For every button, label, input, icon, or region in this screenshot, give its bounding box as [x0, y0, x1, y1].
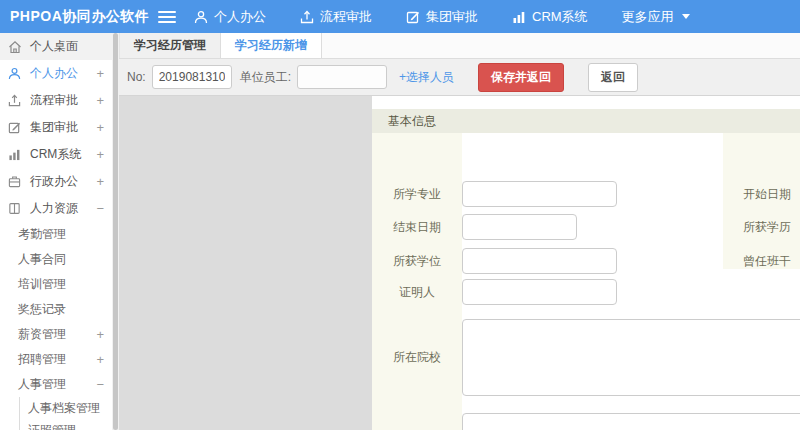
nav-label: 集团审批: [426, 8, 478, 26]
field-label-degree-level: 所获学历: [723, 214, 800, 240]
collapse-toggle[interactable]: −: [96, 377, 104, 392]
edit-icon: [8, 121, 22, 134]
employee-label: 单位员工:: [240, 69, 291, 86]
sidebar-item-label: 人事合同: [18, 251, 66, 268]
sidebar-item-personal-office[interactable]: 个人办公 +: [0, 60, 112, 87]
top-navbar: PHPOA协同办公软件 个人办公 流程审批: [0, 0, 800, 33]
workflow-icon: [300, 10, 314, 24]
degree-input[interactable]: [462, 248, 617, 274]
field-label-school-location: 院校所在地: [372, 413, 462, 430]
sidebar-item-personnel-files[interactable]: 人事档案管理: [0, 397, 112, 419]
field-label-degree: 所获学位: [372, 248, 462, 274]
sidebar-item-label: CRM系统: [30, 146, 81, 163]
save-and-return-button[interactable]: 保存并返回: [478, 63, 564, 92]
sidebar-item-label: 人事管理: [18, 376, 66, 393]
expand-toggle[interactable]: +: [96, 327, 104, 342]
nav-more-apps[interactable]: 更多应用: [622, 8, 690, 26]
nav-group-approval[interactable]: 集团审批: [406, 8, 478, 26]
user-icon: [194, 10, 208, 24]
sidebar-item-label: 集团审批: [30, 119, 78, 136]
sidebar-item-salary[interactable]: 薪资管理 +: [0, 322, 112, 347]
sidebar-item-desktop[interactable]: 个人桌面: [0, 33, 112, 60]
app-logo: PHPOA协同办公软件: [0, 8, 158, 26]
nav-label: 流程审批: [320, 8, 372, 26]
sidebar-item-label: 招聘管理: [18, 351, 66, 368]
choose-person-link[interactable]: +选择人员: [399, 69, 454, 86]
nav-label: 更多应用: [622, 8, 674, 26]
tab-label: 学习经历新增: [235, 37, 307, 54]
no-input[interactable]: [152, 65, 232, 89]
field-label-end-date: 结束日期: [372, 214, 462, 240]
sidebar-item-attendance[interactable]: 考勤管理: [0, 222, 112, 247]
sidebar-scrollbar[interactable]: [112, 33, 119, 430]
expand-toggle[interactable]: +: [96, 352, 104, 367]
field-label-class-cadre: 曾任班干: [723, 248, 800, 274]
bar-chart-icon: [8, 148, 22, 161]
book-icon: [8, 202, 22, 215]
briefcase-icon: [8, 175, 22, 188]
form-toolbar: No: 单位员工: +选择人员 保存并返回 返回: [119, 59, 800, 96]
expand-toggle[interactable]: +: [96, 120, 104, 135]
home-icon: [8, 40, 22, 54]
expand-toggle[interactable]: +: [96, 93, 104, 108]
major-input[interactable]: [462, 181, 617, 207]
nav-crm-system[interactable]: CRM系统: [512, 8, 588, 26]
nav-workflow-approval[interactable]: 流程审批: [300, 8, 372, 26]
tab-study-history-manage[interactable]: 学习经历管理: [119, 33, 221, 58]
edit-icon: [406, 10, 420, 24]
sidebar-item-label: 培训管理: [18, 276, 66, 293]
sidebar-item-label: 人事档案管理: [28, 400, 100, 417]
sidebar-item-group-approval[interactable]: 集团审批 +: [0, 114, 112, 141]
main-area: 学习经历管理 学习经历新增 No: 单位员工: +选择人员 保存并返回 返回 基…: [119, 33, 800, 430]
form-body: 所学专业 开始日期 结束日期 所获学历 所获学位 曾任班干 证明人 所在院校 院…: [372, 133, 800, 430]
hamburger-menu-icon[interactable]: [158, 8, 176, 26]
sidebar-item-recruitment[interactable]: 招聘管理 +: [0, 347, 112, 372]
sidebar-item-hr[interactable]: 人力资源 −: [0, 195, 112, 222]
end-date-input[interactable]: [462, 214, 577, 240]
sidebar-item-label: 考勤管理: [18, 226, 66, 243]
caret-down-icon: [682, 14, 690, 19]
sidebar-item-rewards[interactable]: 奖惩记录: [0, 297, 112, 322]
main-nav: 个人办公 流程审批 集团审批 CRM系统: [194, 8, 690, 26]
sidebar-item-label: 薪资管理: [18, 326, 66, 343]
bar-chart-icon: [512, 10, 526, 24]
sidebar-item-label: 个人办公: [30, 65, 78, 82]
field-label-start-date: 开始日期: [723, 181, 800, 207]
sidebar-item-label: 流程审批: [30, 92, 78, 109]
content-area: 基本信息 所学专业 开始日期 结束日期 所获学历 所获学位 曾任班干 证明人: [119, 96, 800, 430]
expand-toggle[interactable]: +: [96, 147, 104, 162]
no-label: No:: [127, 70, 146, 84]
field-label-major: 所学专业: [372, 181, 462, 207]
sidebar-item-crm-system[interactable]: CRM系统 +: [0, 141, 112, 168]
sidebar-item-personnel[interactable]: 人事管理 −: [0, 372, 112, 397]
expand-toggle[interactable]: +: [96, 174, 104, 189]
section-title: 基本信息: [372, 109, 800, 133]
employee-input[interactable]: [297, 65, 387, 89]
sidebar-item-admin-office[interactable]: 行政办公 +: [0, 168, 112, 195]
back-button[interactable]: 返回: [588, 63, 638, 92]
tab-study-history-new[interactable]: 学习经历新增: [221, 33, 322, 58]
user-icon: [8, 67, 22, 80]
sidebar-item-label: 行政办公: [30, 173, 78, 190]
collapse-toggle[interactable]: −: [96, 201, 104, 216]
nav-label: CRM系统: [532, 8, 588, 26]
field-label-school: 所在院校: [372, 319, 462, 396]
sidebar-item-workflow-approval[interactable]: 流程审批 +: [0, 87, 112, 114]
workflow-icon: [8, 94, 22, 107]
sidebar-item-certificates[interactable]: 证照管理: [0, 419, 112, 430]
scrollbar-thumb[interactable]: [113, 33, 118, 430]
sidebar-item-hr-contract[interactable]: 人事合同: [0, 247, 112, 272]
certifier-input[interactable]: [462, 279, 617, 305]
sidebar: 个人桌面 个人办公 + 流程审批 + 集团审批 +: [0, 33, 112, 430]
field-label-certifier: 证明人: [372, 279, 462, 305]
nav-personal-office[interactable]: 个人办公: [194, 8, 266, 26]
nav-label: 个人办公: [214, 8, 266, 26]
sidebar-item-training[interactable]: 培训管理: [0, 272, 112, 297]
school-location-textarea[interactable]: [462, 413, 800, 430]
expand-toggle[interactable]: +: [96, 66, 104, 81]
school-textarea[interactable]: [462, 319, 800, 396]
sidebar-item-label: 证照管理: [28, 422, 76, 430]
tab-bar: 学习经历管理 学习经历新增: [119, 33, 800, 59]
sidebar-item-label: 奖惩记录: [18, 301, 66, 318]
sidebar-item-label: 人力资源: [30, 200, 78, 217]
